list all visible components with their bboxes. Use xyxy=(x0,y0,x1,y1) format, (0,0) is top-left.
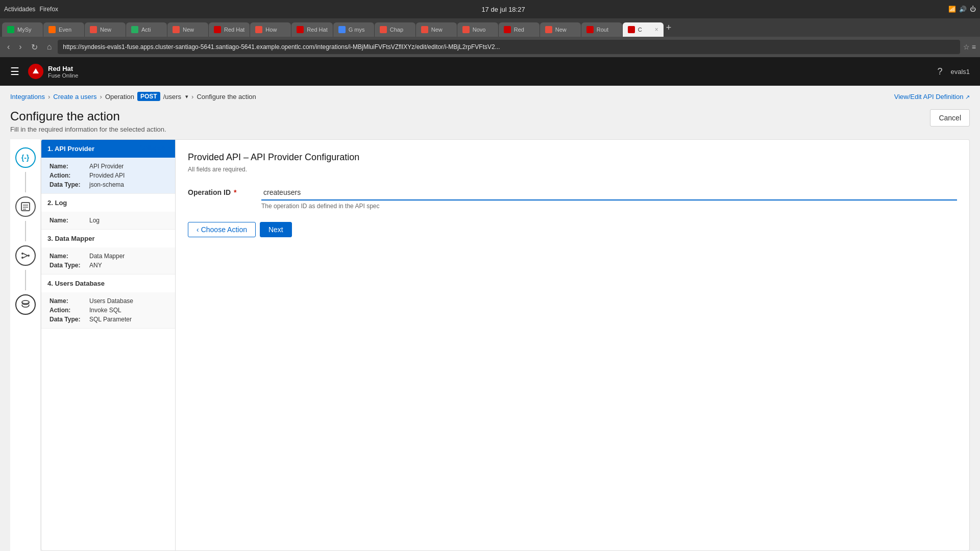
tab-rout[interactable]: Rout xyxy=(581,22,622,37)
wifi-icon: 📶 xyxy=(948,6,956,13)
svg-point-10 xyxy=(22,300,29,304)
main-layout: {-} xyxy=(10,139,970,551)
form-required-note: All fields are required. xyxy=(188,166,957,173)
sidebar-row-mapper-datatype: Data Type: ANY xyxy=(50,262,167,269)
database-icon-svg xyxy=(20,299,31,310)
tab-rout-label: Rout xyxy=(597,27,617,33)
firefox-menu[interactable]: Firefox xyxy=(39,6,58,13)
form-field-operation-id: Operation ID * The operation ID as defin… xyxy=(188,185,957,210)
bookmark-icon[interactable]: ☆ xyxy=(963,43,970,51)
external-link-icon: ↗ xyxy=(965,94,970,100)
breadcrumb-sep-2: › xyxy=(100,93,102,101)
back-button[interactable]: ‹ xyxy=(4,40,13,54)
app-subname: Fuse Online xyxy=(48,72,78,79)
tab-new3[interactable]: New xyxy=(416,22,457,37)
log-icon-svg xyxy=(20,201,31,212)
sidebar-row-db-action: Action: Invoke SQL xyxy=(50,307,167,314)
tab-new3-label: New xyxy=(431,27,452,33)
tab-how-label: How xyxy=(265,27,286,33)
next-button[interactable]: Next xyxy=(260,222,292,237)
sidebar-row-mapper-name: Name: Data Mapper xyxy=(50,253,167,260)
address-input[interactable] xyxy=(58,40,960,54)
api-provider-icon-symbol: {-} xyxy=(21,154,30,162)
breadcrumb-dropdown-icon[interactable]: ▾ xyxy=(185,93,188,100)
svg-line-9 xyxy=(23,256,28,258)
tab-mysql[interactable]: MySy xyxy=(2,22,43,37)
form-section-title: Provided API – API Provider Configuratio… xyxy=(188,152,957,163)
tab-how[interactable]: How xyxy=(250,22,291,37)
sidebar-with-icons: {-} xyxy=(10,139,176,551)
reload-button[interactable]: ↻ xyxy=(28,40,41,54)
tab-new2[interactable]: New xyxy=(167,22,208,37)
sidebar-step-data-mapper: 3. Data Mapper Name: Data Mapper Data Ty… xyxy=(41,230,175,274)
operation-id-label: Operation ID * xyxy=(188,188,249,196)
tab-mysql-label: MySy xyxy=(17,27,38,33)
tab-new4[interactable]: New xyxy=(540,22,581,37)
page-header: Configure the action Fill in the require… xyxy=(0,105,980,139)
menu-icon[interactable]: ≡ xyxy=(972,43,976,51)
tab-gmys[interactable]: G mys xyxy=(333,22,374,37)
breadcrumb-operation-label: Operation xyxy=(105,93,134,101)
tab-acti[interactable]: Acti xyxy=(126,22,167,37)
svg-point-7 xyxy=(28,255,30,257)
operation-id-input[interactable] xyxy=(261,185,957,201)
tab-redhat1[interactable]: Red Hat xyxy=(209,22,250,37)
step-icon-log xyxy=(15,196,36,217)
view-edit-api-link[interactable]: View/Edit API Definition ↗ xyxy=(894,93,970,101)
choose-action-button[interactable]: ‹ Choose Action xyxy=(188,222,256,237)
operation-id-input-wrap: The operation ID as defined in the API s… xyxy=(261,185,957,210)
tab-new4-label: New xyxy=(555,27,576,33)
app-logo: Red Hat Fuse Online xyxy=(28,63,78,80)
tab-new1[interactable]: New xyxy=(85,22,126,37)
breadcrumb: Integrations › Create a users › Operatio… xyxy=(0,86,980,105)
power-icon[interactable]: ⏻ xyxy=(970,6,976,13)
new-tab-button[interactable]: + xyxy=(666,22,672,33)
collapse-label: Collapse xyxy=(139,144,165,152)
sidebar-step-header-data-mapper[interactable]: 3. Data Mapper xyxy=(41,230,175,247)
app-content: ☰ Red Hat Fuse Online ? evals1 Integrati… xyxy=(0,57,980,551)
svg-point-5 xyxy=(21,253,23,255)
page-title: Configure the action xyxy=(10,109,166,123)
tab-current[interactable]: C × xyxy=(623,22,664,37)
sound-icon: 🔊 xyxy=(959,6,967,13)
tab-new2-label: New xyxy=(183,27,203,33)
home-button[interactable]: ⌂ xyxy=(44,40,55,54)
sidebar-step-users-database: 4. Users Database Name: Users Database A… xyxy=(41,274,175,329)
collapse-button[interactable]: Collapse « xyxy=(139,144,171,152)
breadcrumb-sep-1: › xyxy=(48,93,50,101)
sidebar-steps: Collapse « 1. API Provider Name: API Pro xyxy=(41,139,176,551)
help-icon[interactable]: ? xyxy=(937,66,942,77)
hamburger-menu[interactable]: ☰ xyxy=(10,65,19,78)
breadcrumb-integrations[interactable]: Integrations xyxy=(10,93,45,101)
breadcrumb-create-users[interactable]: Create a users xyxy=(53,93,96,101)
tab-chap[interactable]: Chap xyxy=(375,22,415,37)
choose-action-label: Choose Action xyxy=(201,226,247,234)
tab-novo-label: Novo xyxy=(473,27,493,33)
breadcrumb-current: Configure the action xyxy=(197,93,256,101)
tab-red3[interactable]: Red xyxy=(499,22,540,37)
tab-event-label: Even xyxy=(59,27,79,33)
svg-line-8 xyxy=(23,254,28,256)
tab-event[interactable]: Even xyxy=(43,22,84,37)
activities-label[interactable]: Actividades xyxy=(4,6,35,13)
tab-current-close[interactable]: × xyxy=(655,26,658,33)
address-bar: ‹ › ↻ ⌂ ☆ ≡ xyxy=(0,37,980,57)
operation-id-hint: The operation ID as defined in the API s… xyxy=(261,203,957,210)
tab-redhat2[interactable]: Red Hat xyxy=(291,22,332,37)
breadcrumb-method: POST xyxy=(137,92,160,101)
page-subtitle: Fill in the required information for the… xyxy=(10,126,166,133)
tab-current-label: C xyxy=(638,27,652,33)
required-indicator: * xyxy=(234,188,236,196)
user-menu[interactable]: evals1 xyxy=(950,68,970,76)
step-connector-line-2 xyxy=(25,221,26,241)
tab-new1-label: New xyxy=(100,27,120,33)
sidebar-step-header-users-database[interactable]: 4. Users Database xyxy=(41,274,175,292)
forward-button[interactable]: › xyxy=(16,40,24,54)
cancel-button[interactable]: Cancel xyxy=(930,109,970,127)
step-icon-api-provider: {-} xyxy=(15,147,36,168)
sidebar-step-body-log: Name: Log xyxy=(41,212,175,229)
sidebar-step-header-log[interactable]: 2. Log xyxy=(41,194,175,212)
redhat-logo-icon xyxy=(28,63,44,80)
app-name: Red Hat xyxy=(48,65,78,72)
tab-novo[interactable]: Novo xyxy=(457,22,498,37)
